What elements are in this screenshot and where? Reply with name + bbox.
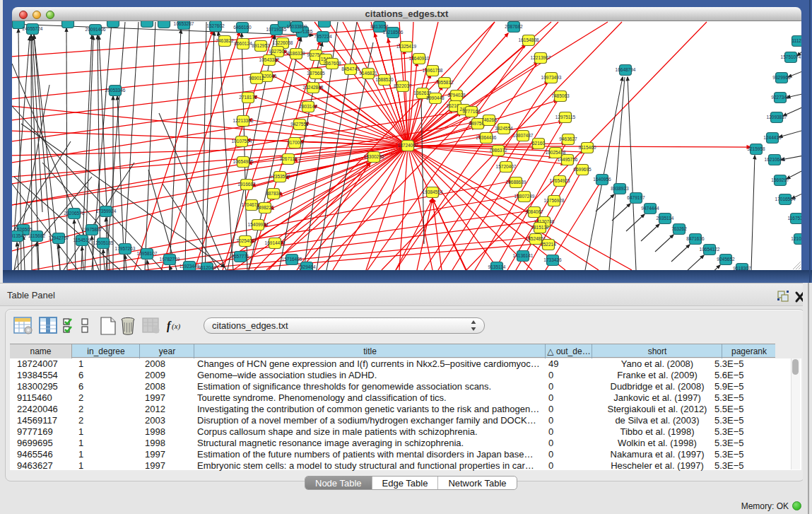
svg-text:8813054: 8813054 — [370, 24, 389, 29]
svg-text:917006: 917006 — [287, 140, 302, 145]
svg-text:7857224: 7857224 — [314, 34, 332, 39]
svg-text:7986372: 7986372 — [489, 148, 507, 153]
svg-text:7025402: 7025402 — [236, 238, 254, 243]
svg-text:10688639: 10688639 — [506, 180, 526, 185]
svg-text:8990448: 8990448 — [426, 95, 445, 100]
svg-text:15716485: 15716485 — [282, 257, 302, 262]
svg-text:252214: 252214 — [541, 242, 556, 247]
svg-text:1640956: 1640956 — [593, 177, 611, 182]
svg-text:20053346: 20053346 — [105, 88, 126, 93]
svg-text:16154808: 16154808 — [519, 37, 539, 42]
svg-text:11123: 11123 — [792, 38, 801, 43]
svg-text:8471636: 8471636 — [686, 236, 705, 241]
svg-text:19218506: 19218506 — [383, 30, 404, 35]
svg-text:10973493: 10973493 — [541, 75, 562, 80]
svg-text:23242848: 23242848 — [303, 85, 324, 90]
svg-text:7955812: 7955812 — [435, 80, 454, 85]
svg-text:7485063: 7485063 — [551, 93, 570, 98]
svg-text:2935114: 2935114 — [657, 216, 674, 221]
svg-text:18807249: 18807249 — [514, 194, 535, 199]
svg-text:9329966: 9329966 — [772, 75, 791, 80]
svg-text:12942757: 12942757 — [49, 235, 69, 240]
svg-text:6479197: 6479197 — [627, 195, 645, 200]
svg-text:18640910: 18640910 — [409, 56, 430, 61]
svg-text:18300295: 18300295 — [364, 154, 384, 159]
svg-text:11923448: 11923448 — [180, 264, 200, 269]
svg-text:16782759: 16782759 — [160, 257, 180, 262]
svg-text:1733426: 1733426 — [543, 257, 562, 262]
svg-text:8322037: 8322037 — [394, 83, 412, 88]
svg-text:8454749: 8454749 — [341, 66, 360, 71]
svg-text:9612044: 9612044 — [198, 265, 216, 270]
svg-text:16648794: 16648794 — [616, 67, 636, 72]
svg-text:16914479: 16914479 — [265, 240, 286, 245]
svg-text:9146821: 9146821 — [359, 71, 377, 76]
svg-text:10653287: 10653287 — [174, 21, 194, 26]
svg-text:3215958: 3215958 — [747, 146, 765, 151]
svg-text:9084067: 9084067 — [525, 209, 543, 214]
svg-text:f: f — [167, 320, 172, 332]
svg-text:1115682: 1115682 — [28, 233, 46, 238]
svg-text:6466160: 6466160 — [233, 25, 252, 30]
svg-text:18724007: 18724007 — [398, 143, 418, 148]
svg-text:16033809: 16033809 — [287, 24, 307, 29]
svg-text:1527602: 1527602 — [206, 23, 225, 28]
svg-text:7463822: 7463822 — [216, 38, 234, 43]
svg-text:8186328: 8186328 — [287, 51, 305, 56]
svg-text:10958107: 10958107 — [137, 251, 158, 256]
svg-text:8660124: 8660124 — [234, 41, 252, 46]
svg-text:1210354: 1210354 — [791, 236, 801, 241]
svg-text:11325419: 11325419 — [396, 44, 417, 49]
svg-text:1167534: 1167534 — [788, 216, 801, 221]
svg-text:9245652: 9245652 — [717, 257, 735, 262]
svg-text:12975115: 12975115 — [555, 115, 576, 119]
svg-text:17654923: 17654923 — [550, 178, 570, 183]
svg-text:9618307: 9618307 — [733, 266, 751, 270]
svg-text:15720407: 15720407 — [496, 164, 517, 169]
svg-text:1916682: 1916682 — [237, 182, 256, 187]
svg-text:10107554: 10107554 — [232, 139, 252, 144]
svg-text:9463627: 9463627 — [559, 136, 577, 141]
svg-text:19384554: 19384554 — [423, 189, 443, 194]
svg-text:10756928: 10756928 — [544, 198, 565, 203]
svg-text:6699695: 6699695 — [573, 167, 592, 172]
svg-text:2367608: 2367608 — [323, 61, 341, 66]
svg-text:14495756: 14495756 — [558, 157, 578, 162]
svg-text:10654122: 10654122 — [700, 247, 720, 252]
svg-text:62160: 62160 — [532, 141, 545, 146]
svg-text:8938923: 8938923 — [611, 186, 629, 191]
svg-text:15751074: 15751074 — [781, 54, 801, 59]
svg-text:887834: 887834 — [266, 191, 281, 196]
svg-text:1929464: 1929464 — [298, 264, 316, 269]
svg-text:1244415: 1244415 — [763, 135, 782, 140]
svg-text:24055724: 24055724 — [23, 26, 43, 31]
svg-text:3875685: 3875685 — [307, 71, 325, 76]
svg-text:3267110: 3267110 — [280, 156, 298, 161]
svg-text:13226058: 13226058 — [273, 40, 293, 45]
svg-text:16961758: 16961758 — [423, 68, 443, 73]
svg-text:10654985: 10654985 — [233, 159, 254, 164]
svg-text:8498222: 8498222 — [256, 205, 274, 210]
svg-text:10719185: 10719185 — [266, 27, 287, 32]
svg-text:20091406: 20091406 — [86, 27, 106, 32]
svg-text:20206576: 20206576 — [64, 211, 85, 216]
svg-text:10543382: 10543382 — [259, 57, 280, 62]
svg-text:2718176: 2718176 — [239, 95, 257, 100]
svg-text:15409934: 15409934 — [248, 222, 269, 227]
svg-text:17359924: 17359924 — [96, 209, 117, 214]
svg-text:9327503: 9327503 — [269, 49, 287, 54]
svg-text:9777169: 9777169 — [462, 109, 481, 114]
svg-text:9427552: 9427552 — [290, 122, 309, 127]
svg-text:3824554: 3824554 — [495, 126, 513, 131]
svg-text:17016504: 17016504 — [775, 197, 796, 201]
svg-text:12505185: 12505185 — [93, 240, 114, 245]
svg-text:20364436: 20364436 — [476, 135, 497, 140]
svg-text:1588520: 1588520 — [375, 77, 394, 82]
svg-text:17957263: 17957263 — [115, 246, 136, 251]
svg-text:10807487: 10807487 — [513, 133, 534, 138]
svg-text:12213363: 12213363 — [233, 118, 254, 123]
svg-text:6794028: 6794028 — [447, 93, 466, 98]
svg-text:3913543: 3913543 — [12, 233, 26, 238]
svg-text:1569297: 1569297 — [771, 177, 789, 182]
svg-text:8912953: 8912953 — [252, 43, 270, 48]
